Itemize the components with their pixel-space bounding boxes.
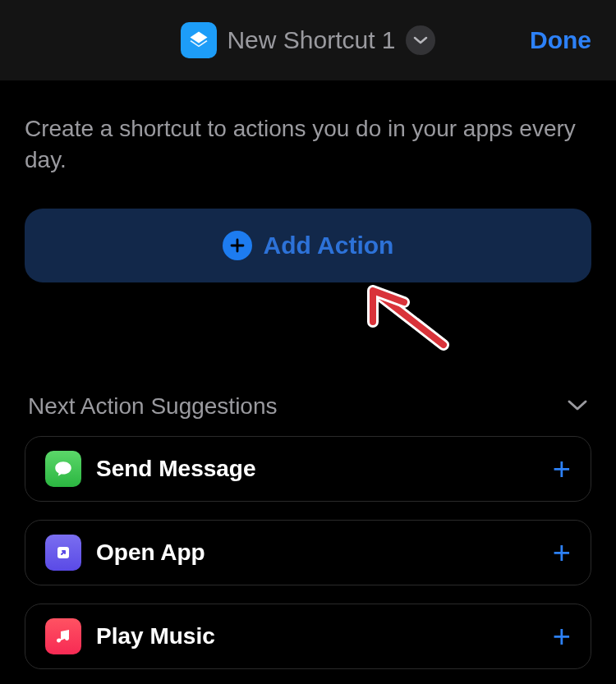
header-title-group[interactable]: New Shortcut 1	[181, 22, 434, 58]
suggestion-open-app[interactable]: Open App +	[25, 520, 591, 585]
open-app-icon	[45, 535, 81, 571]
suggestion-label: Play Music	[96, 623, 553, 650]
description-text: Create a shortcut to actions you do in y…	[25, 113, 591, 176]
messages-icon	[45, 451, 81, 487]
done-button[interactable]: Done	[530, 26, 591, 54]
header-bar: New Shortcut 1 Done	[0, 0, 616, 80]
title-dropdown-chevron[interactable]	[406, 25, 435, 55]
main-content: Create a shortcut to actions you do in y…	[0, 80, 616, 669]
add-suggestion-icon[interactable]: +	[553, 621, 571, 652]
suggestion-send-message[interactable]: Send Message +	[25, 436, 591, 502]
suggestions-section: Next Action Suggestions Send Message +	[25, 393, 591, 669]
add-action-label: Add Action	[264, 232, 394, 259]
chevron-down-icon	[567, 398, 588, 415]
add-suggestion-icon[interactable]: +	[553, 453, 571, 484]
music-icon	[45, 618, 81, 654]
suggestions-header[interactable]: Next Action Suggestions	[25, 393, 591, 420]
shortcuts-app-icon	[181, 22, 217, 58]
add-suggestion-icon[interactable]: +	[553, 537, 571, 568]
shortcut-title: New Shortcut 1	[227, 26, 395, 54]
suggestions-title: Next Action Suggestions	[28, 393, 278, 420]
suggestion-label: Send Message	[96, 456, 553, 482]
suggestion-label: Open App	[96, 539, 553, 566]
add-action-button[interactable]: Add Action	[25, 209, 591, 282]
plus-circle-icon	[223, 231, 252, 260]
suggestion-play-music[interactable]: Play Music +	[25, 604, 591, 669]
